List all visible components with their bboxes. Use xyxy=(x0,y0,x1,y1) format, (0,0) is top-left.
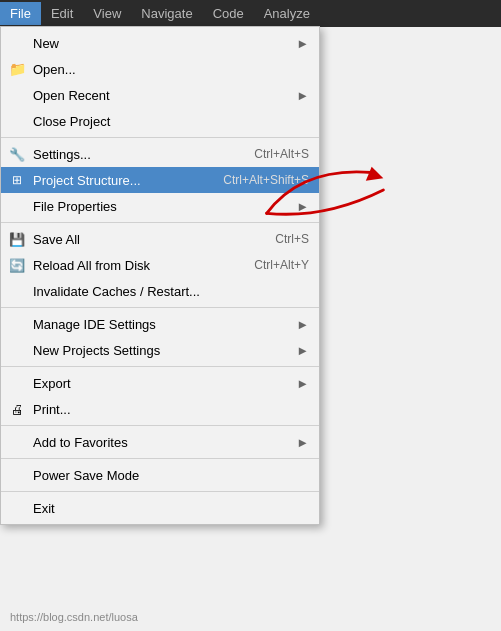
menu-item-new-projects-settings-label: New Projects Settings xyxy=(33,343,291,358)
menu-item-power-save-label: Power Save Mode xyxy=(33,468,309,483)
separator-5 xyxy=(1,425,319,426)
menu-item-manage-ide-label: Manage IDE Settings xyxy=(33,317,291,332)
separator-3 xyxy=(1,307,319,308)
menu-item-print-label: Print... xyxy=(33,402,309,417)
menubar-navigate[interactable]: Navigate xyxy=(131,2,202,25)
menu-item-power-save[interactable]: Power Save Mode xyxy=(1,462,319,488)
menu-item-export-label: Export xyxy=(33,376,291,391)
menu-item-new[interactable]: New ► xyxy=(1,30,319,56)
menu-item-add-favorites[interactable]: Add to Favorites ► xyxy=(1,429,319,455)
menu-item-add-favorites-label: Add to Favorites xyxy=(33,435,291,450)
menu-item-file-properties-label: File Properties xyxy=(33,199,291,214)
print-icon: 🖨 xyxy=(7,402,27,417)
menu-item-settings-label: Settings... xyxy=(33,147,234,162)
menu-item-project-structure[interactable]: ⊞ Project Structure... Ctrl+Alt+Shift+S xyxy=(1,167,319,193)
separator-4 xyxy=(1,366,319,367)
menu-item-close-project-label: Close Project xyxy=(33,114,309,129)
menu-item-print[interactable]: 🖨 Print... xyxy=(1,396,319,422)
separator-2 xyxy=(1,222,319,223)
menu-item-open-recent-label: Open Recent xyxy=(33,88,291,103)
menu-item-reload[interactable]: 🔄 Reload All from Disk Ctrl+Alt+Y xyxy=(1,252,319,278)
menu-item-project-structure-label: Project Structure... xyxy=(33,173,203,188)
save-icon: 💾 xyxy=(7,232,27,247)
reload-shortcut: Ctrl+Alt+Y xyxy=(254,258,309,272)
separator-7 xyxy=(1,491,319,492)
menu-item-open[interactable]: 📁 Open... xyxy=(1,56,319,82)
menubar-analyze[interactable]: Analyze xyxy=(254,2,320,25)
folder-icon: 📁 xyxy=(7,61,27,77)
menu-item-save-all-label: Save All xyxy=(33,232,255,247)
menu-item-reload-label: Reload All from Disk xyxy=(33,258,234,273)
menu-item-manage-ide[interactable]: Manage IDE Settings ► xyxy=(1,311,319,337)
menu-item-save-all[interactable]: 💾 Save All Ctrl+S xyxy=(1,226,319,252)
arrow-icon: ► xyxy=(296,199,309,214)
arrow-icon: ► xyxy=(296,88,309,103)
menu-item-open-recent[interactable]: Open Recent ► xyxy=(1,82,319,108)
menubar-file[interactable]: File xyxy=(0,2,41,25)
project-icon: ⊞ xyxy=(7,173,27,187)
menu-item-close-project[interactable]: Close Project xyxy=(1,108,319,134)
wrench-icon: 🔧 xyxy=(7,147,27,162)
watermark: https://blog.csdn.net/luosa xyxy=(10,611,138,623)
menu-item-new-projects-settings[interactable]: New Projects Settings ► xyxy=(1,337,319,363)
menu-item-exit[interactable]: Exit xyxy=(1,495,319,521)
menubar: File Edit View Navigate Code Analyze xyxy=(0,0,501,27)
menu-item-file-properties[interactable]: File Properties ► xyxy=(1,193,319,219)
menu-item-invalidate[interactable]: Invalidate Caches / Restart... xyxy=(1,278,319,304)
svg-marker-0 xyxy=(366,167,383,181)
file-menu-dropdown: New ► 📁 Open... Open Recent ► Close Proj… xyxy=(0,26,320,525)
separator-6 xyxy=(1,458,319,459)
reload-icon: 🔄 xyxy=(7,258,27,273)
arrow-icon: ► xyxy=(296,435,309,450)
separator-1 xyxy=(1,137,319,138)
menubar-code[interactable]: Code xyxy=(203,2,254,25)
menu-item-export[interactable]: Export ► xyxy=(1,370,319,396)
menu-item-invalidate-label: Invalidate Caches / Restart... xyxy=(33,284,309,299)
arrow-icon: ► xyxy=(296,343,309,358)
settings-shortcut: Ctrl+Alt+S xyxy=(254,147,309,161)
menu-item-exit-label: Exit xyxy=(33,501,309,516)
menu-item-settings[interactable]: 🔧 Settings... Ctrl+Alt+S xyxy=(1,141,319,167)
project-structure-shortcut: Ctrl+Alt+Shift+S xyxy=(223,173,309,187)
menubar-view[interactable]: View xyxy=(83,2,131,25)
save-all-shortcut: Ctrl+S xyxy=(275,232,309,246)
arrow-icon: ► xyxy=(296,36,309,51)
menu-item-open-label: Open... xyxy=(33,62,309,77)
arrow-icon: ► xyxy=(296,317,309,332)
menubar-edit[interactable]: Edit xyxy=(41,2,83,25)
menu-item-new-label: New xyxy=(33,36,291,51)
arrow-icon: ► xyxy=(296,376,309,391)
